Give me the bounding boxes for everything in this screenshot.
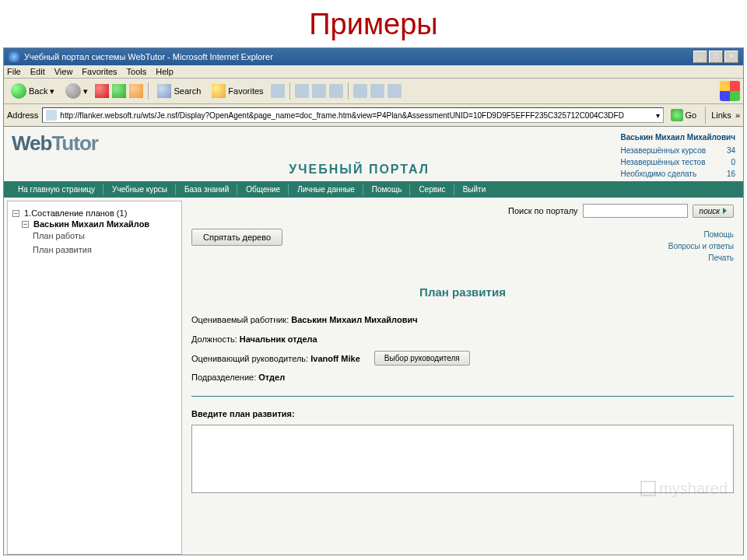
- nav-help[interactable]: Помощь: [364, 184, 411, 195]
- user-name: Васькин Михаил Михайлович: [620, 131, 735, 143]
- back-button[interactable]: Back ▾: [7, 82, 58, 100]
- home-button[interactable]: [129, 84, 143, 98]
- logo-part-a: Web: [12, 131, 51, 155]
- supervisor-label: Оценивающий руководитель:: [191, 354, 308, 363]
- collapse-icon[interactable]: −: [12, 210, 19, 217]
- separator: [705, 107, 706, 124]
- menu-help[interactable]: Help: [156, 67, 174, 76]
- nav-logout[interactable]: Выйти: [455, 184, 494, 195]
- tree-child[interactable]: План работы: [33, 229, 177, 243]
- star-icon: [212, 84, 226, 98]
- arrow-right-icon: [723, 208, 727, 214]
- search-label: Поиск по порталу: [508, 206, 578, 215]
- discuss-button[interactable]: [353, 84, 367, 98]
- search-input[interactable]: [583, 204, 688, 218]
- tree-root-label: 1.Составление планов (1): [23, 208, 127, 218]
- plan-textarea[interactable]: [191, 425, 734, 493]
- stat-value: 34: [727, 145, 735, 156]
- portal: WebTutor УЧЕБНЫЙ ПОРТАЛ Васькин Михаил М…: [4, 127, 743, 555]
- favorites-button[interactable]: Favorites: [208, 82, 267, 100]
- hide-tree-button[interactable]: Спрятать дерево: [191, 229, 282, 246]
- nav-home[interactable]: На главную страницу: [10, 184, 103, 195]
- nav-communication[interactable]: Общение: [238, 184, 289, 195]
- user-stats: Васькин Михаил Михайлович Незавершённых …: [620, 131, 735, 180]
- close-button[interactable]: ×: [724, 51, 738, 63]
- menu-view[interactable]: View: [54, 67, 73, 76]
- content-row: − 1.Составление планов (1) − Васькин Мих…: [4, 198, 743, 555]
- stat-label: Незавершённых тестов: [620, 156, 705, 168]
- go-button[interactable]: Go: [668, 108, 700, 122]
- page-icon: [46, 110, 57, 121]
- nav-personal[interactable]: Личные данные: [289, 184, 363, 195]
- separator: [348, 82, 349, 100]
- refresh-button[interactable]: [112, 84, 126, 98]
- supervisor-value: Ivanoff Mike: [310, 354, 360, 363]
- edit-button[interactable]: [329, 84, 343, 98]
- back-label: Back: [29, 86, 47, 96]
- worker-label: Оцениваемый работник:: [191, 315, 289, 324]
- position-label: Должность:: [191, 334, 237, 344]
- nav-knowledge[interactable]: База знаний: [177, 184, 237, 195]
- menu-tools[interactable]: Tools: [127, 67, 147, 76]
- ie-icon: [9, 51, 19, 62]
- select-supervisor-button[interactable]: Выбор руководителя: [374, 351, 470, 366]
- links-label[interactable]: Links: [711, 110, 731, 120]
- dept-label: Подразделение:: [191, 373, 256, 382]
- window-title: Учебный портал системы WebTutor - Micros…: [24, 52, 273, 61]
- tree-person[interactable]: − Васькин Михаил Михайлов: [12, 219, 177, 229]
- maximize-button[interactable]: □: [709, 51, 723, 63]
- tree-person-label: Васькин Михаил Михайлов: [32, 219, 149, 229]
- stat-label: Необходимо сделать: [620, 168, 696, 180]
- address-input[interactable]: http://flanker.websoft.ru/wts/Je.nsf/Dis…: [42, 107, 663, 123]
- nav-service[interactable]: Сервис: [411, 184, 454, 195]
- mail-button[interactable]: [295, 84, 309, 98]
- link-print[interactable]: Печать: [668, 252, 734, 264]
- browser-window: Учебный портал системы WebTutor - Micros…: [3, 47, 744, 555]
- tree-root[interactable]: − 1.Составление планов (1): [12, 208, 177, 219]
- link-faq[interactable]: Вопросы и ответы: [668, 240, 734, 252]
- chevron-down-icon: ▾: [83, 86, 88, 96]
- search-button-label: поиск: [700, 207, 720, 215]
- titlebar: Учебный портал системы WebTutor - Micros…: [4, 48, 743, 65]
- stat-value: 0: [731, 156, 735, 168]
- stat-value: 16: [727, 168, 735, 180]
- favorites-label: Favorites: [228, 86, 263, 96]
- stop-button[interactable]: [95, 84, 109, 98]
- sidebar: − 1.Составление планов (1) − Васькин Мих…: [7, 201, 182, 555]
- go-label: Go: [686, 110, 697, 120]
- portal-logo: WebTutor: [12, 131, 98, 156]
- main-area: Поиск по порталу поиск Спрятать дерево П…: [182, 198, 743, 555]
- minimize-button[interactable]: _: [693, 51, 707, 63]
- menu-file[interactable]: File: [7, 67, 21, 76]
- nav-courses[interactable]: Учебные курсы: [104, 184, 176, 195]
- logo-part-b: Tutor: [51, 131, 98, 155]
- stat-label: Незавершённых курсов: [620, 145, 706, 156]
- search-label: Search: [174, 86, 201, 96]
- address-url: http://flanker.websoft.ru/wts/Je.nsf/Dis…: [60, 111, 624, 120]
- search-button[interactable]: Search: [153, 82, 205, 100]
- windows-logo-icon: [720, 81, 740, 101]
- addressbar: Address http://flanker.websoft.ru/wts/Je…: [4, 104, 743, 127]
- worker-value: Васькин Михаил Михайлович: [291, 315, 417, 324]
- link-help[interactable]: Помощь: [668, 229, 734, 240]
- go-icon: [671, 109, 683, 121]
- menu-edit[interactable]: Edit: [30, 67, 45, 76]
- slide-title: Примеры: [0, 0, 747, 47]
- plan-input-label: Введите план развития:: [191, 409, 734, 418]
- separator: [289, 82, 290, 100]
- forward-button[interactable]: ▾: [61, 82, 92, 100]
- separator: [148, 82, 149, 100]
- menu-favorites[interactable]: Favorites: [82, 67, 117, 76]
- collapse-icon[interactable]: −: [22, 221, 29, 228]
- history-button[interactable]: [271, 84, 285, 98]
- messenger-button[interactable]: [388, 84, 402, 98]
- divider: [191, 396, 734, 397]
- tree-child[interactable]: План развития: [33, 243, 177, 257]
- print-button[interactable]: [312, 84, 326, 98]
- search-submit[interactable]: поиск: [693, 205, 734, 218]
- utility-links: Помощь Вопросы и ответы Печать: [668, 229, 734, 264]
- chevron-down-icon[interactable]: ▾: [656, 111, 660, 120]
- navbar: На главную страницу Учебные курсы База з…: [4, 181, 743, 198]
- research-button[interactable]: [370, 84, 384, 98]
- chevron-right-icon[interactable]: »: [735, 110, 740, 120]
